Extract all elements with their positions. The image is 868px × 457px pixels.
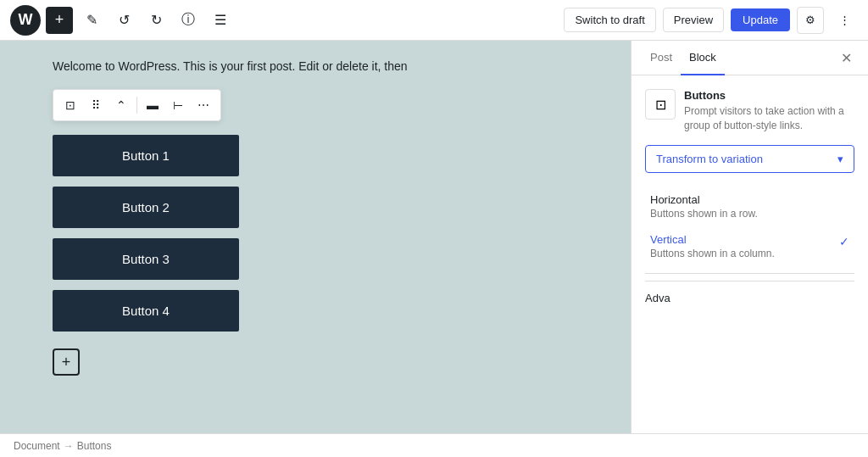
update-button[interactable]: Update	[731, 8, 790, 31]
justify-button[interactable]: ▬	[141, 93, 164, 117]
block-info: ⊡ Buttons Prompt visitors to take action…	[645, 89, 854, 133]
details-button[interactable]: ⓘ	[175, 7, 202, 34]
breadcrumb-buttons[interactable]: Buttons	[77, 440, 112, 452]
breadcrumb-document[interactable]: Document	[14, 440, 60, 452]
settings-button[interactable]: ⚙	[797, 7, 824, 34]
add-block-toolbar-button[interactable]: +	[46, 7, 73, 34]
advanced-section: Adva	[645, 281, 854, 305]
tab-block[interactable]: Block	[681, 41, 725, 75]
main-layout: Welcome to WordPress. This is your first…	[0, 41, 868, 433]
toolbar-right: Switch to draft Preview Update ⚙ ⋮	[564, 7, 858, 34]
move-up-button[interactable]: ⌃	[109, 93, 133, 117]
block-floating-toolbar: ⊡ ⠿ ⌃ ▬ ⊢ ⋯	[53, 89, 221, 121]
add-block-inline-button[interactable]: +	[53, 348, 80, 376]
toolbar-left: W + ✎ ↺ ↻ ⓘ ☰	[10, 5, 234, 36]
undo-button[interactable]: ↺	[110, 7, 137, 34]
buttons-block: Button 1 Button 2 Button 3 Button 4	[53, 135, 578, 332]
block-description: Prompt visitors to take action with a gr…	[684, 104, 854, 133]
wp-button-2[interactable]: Button 2	[53, 187, 239, 228]
variation-options: Horizontal Buttons shown in a row. Verti…	[645, 187, 854, 266]
panel-tabs: Post Block ✕	[632, 41, 868, 75]
options-button[interactable]: ⋯	[192, 93, 215, 117]
align-left-button[interactable]: ⊢	[166, 93, 190, 117]
main-toolbar: W + ✎ ↺ ↻ ⓘ ☰ Switch to draft Preview Up…	[0, 0, 868, 41]
breadcrumb: Document → Buttons	[0, 433, 868, 457]
tab-post[interactable]: Post	[642, 41, 681, 75]
post-text: Welcome to WordPress. This is your first…	[53, 58, 578, 75]
panel-close-button[interactable]: ✕	[834, 46, 858, 70]
editor-content: Welcome to WordPress. This is your first…	[53, 58, 578, 376]
right-panel: Post Block ✕ ⊡ Buttons Prompt visitors t…	[631, 41, 868, 433]
variation-vertical[interactable]: Vertical Buttons shown in a column. ✓	[645, 226, 854, 266]
advanced-label: Adva	[645, 292, 670, 304]
check-icon: ✓	[839, 235, 849, 248]
editor-area: Welcome to WordPress. This is your first…	[0, 41, 631, 433]
wp-button-3[interactable]: Button 3	[53, 238, 239, 280]
wp-logo[interactable]: W	[10, 5, 41, 36]
toolbar-divider-1	[136, 97, 137, 114]
variation-horizontal-desc: Buttons shown in a row.	[650, 208, 758, 220]
breadcrumb-arrow: →	[64, 440, 74, 452]
switch-to-draft-button[interactable]: Switch to draft	[564, 8, 655, 32]
variation-vertical-text: Vertical Buttons shown in a column.	[650, 233, 775, 259]
variation-horizontal-name: Horizontal	[650, 193, 758, 206]
preview-button[interactable]: Preview	[663, 8, 724, 32]
transform-to-variation-button[interactable]: Transform to variation ▾	[645, 145, 854, 173]
edit-tool-button[interactable]: ✎	[78, 7, 105, 34]
variation-horizontal-text: Horizontal Buttons shown in a row.	[650, 193, 758, 220]
wp-button-1[interactable]: Button 1	[53, 135, 239, 176]
variation-vertical-name: Vertical	[650, 233, 775, 246]
variation-vertical-desc: Buttons shown in a column.	[650, 248, 775, 259]
more-options-button[interactable]: ⋮	[831, 7, 858, 34]
change-block-type-button[interactable]: ⊡	[58, 93, 82, 117]
panel-separator	[645, 273, 854, 274]
chevron-down-icon: ▾	[837, 153, 843, 165]
panel-content: ⊡ Buttons Prompt visitors to take action…	[632, 75, 868, 433]
variation-horizontal[interactable]: Horizontal Buttons shown in a row.	[645, 187, 854, 226]
redo-button[interactable]: ↻	[142, 7, 170, 34]
block-icon: ⊡	[645, 89, 676, 120]
list-view-button[interactable]: ☰	[207, 7, 234, 34]
wp-button-4[interactable]: Button 4	[53, 290, 239, 332]
block-text: Buttons Prompt visitors to take action w…	[684, 89, 854, 133]
transform-label: Transform to variation	[656, 153, 763, 165]
drag-button[interactable]: ⠿	[84, 93, 108, 117]
block-title: Buttons	[684, 89, 854, 102]
